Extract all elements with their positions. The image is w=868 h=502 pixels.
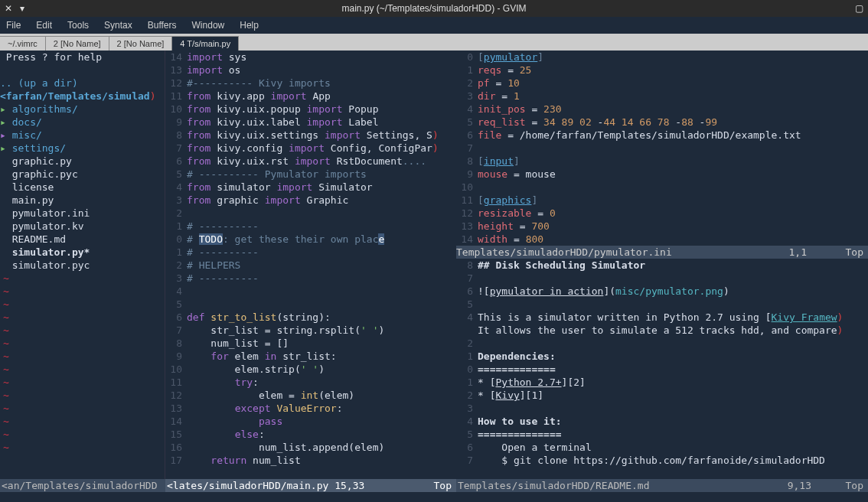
code-line[interactable]: 4init_pos = 230 [456, 103, 868, 116]
code-line[interactable]: 1# ---------- [165, 246, 456, 259]
tree-item[interactable]: ▸ misc/ [0, 129, 165, 142]
code-line[interactable]: 11from kivy.app import App [165, 90, 456, 103]
code-line[interactable]: 14width = 800 [456, 233, 868, 246]
window-titlebar: ✕ ▾ main.py (~/Templates/simuladorHDD) -… [0, 0, 868, 17]
tree-item[interactable]: simulator.py* [0, 246, 165, 259]
code-line[interactable]: 7 [456, 272, 868, 285]
code-line[interactable]: 16 num_list.append(elem) [165, 441, 456, 454]
menu-window[interactable]: Window [192, 20, 225, 31]
maximize-icon[interactable]: ▢ [855, 3, 863, 14]
code-line[interactable]: It allows the user to simulate a 512 tra… [456, 324, 868, 337]
menu-file[interactable]: File [6, 20, 21, 31]
tree-item[interactable]: ▸ algorithms/ [0, 103, 165, 116]
code-line[interactable]: 14 pass [165, 415, 456, 428]
code-line[interactable]: 0============= [456, 363, 868, 376]
tree-item[interactable]: graphic.pyc [0, 168, 165, 181]
tree-item[interactable]: simulator.pyc [0, 259, 165, 272]
tab-noname1[interactable]: 2 [No Name] [46, 36, 109, 51]
code-line[interactable]: 13 except ValueError: [165, 402, 456, 415]
code-line[interactable]: 5============== [456, 428, 868, 441]
code-line[interactable]: 9mouse = mouse [456, 168, 868, 181]
code-line[interactable]: 7 str_list = string.rsplit(' ') [165, 324, 456, 337]
main-code-pane[interactable]: 14import sys13import os12#---------- Kiv… [165, 51, 456, 479]
menu-tools[interactable]: Tools [67, 20, 89, 31]
tree-item[interactable]: ▸ docs/ [0, 116, 165, 129]
code-line[interactable]: 10 [456, 181, 868, 194]
tree-item[interactable]: ▸ settings/ [0, 142, 165, 155]
code-line[interactable]: 1reqs = 25 [456, 64, 868, 77]
tree-item[interactable]: graphic.py [0, 155, 165, 168]
tree-item[interactable]: license [0, 181, 165, 194]
code-line[interactable]: 12 elem = int(elem) [165, 389, 456, 402]
tree-item[interactable]: pymulator.ini [0, 207, 165, 220]
code-line[interactable]: 2pf = 10 [456, 77, 868, 90]
nerdtree-updir[interactable]: .. (up a dir) [0, 77, 165, 90]
code-line[interactable]: 10 elem.strip(' ') [165, 363, 456, 376]
code-line[interactable]: 6file = /home/farfan/Templates/simulador… [456, 129, 868, 142]
code-line[interactable]: 3# ---------- [165, 272, 456, 285]
code-line[interactable]: 0[pymulator] [456, 51, 868, 64]
tab-vimrc[interactable]: ~/.vimrc [0, 36, 46, 51]
ini-statusline: Templates/simuladorHDD/pymulator.ini 1,1… [456, 246, 868, 259]
code-line[interactable]: 3dir = 1 [456, 90, 868, 103]
menu-help[interactable]: Help [240, 20, 259, 31]
code-line[interactable]: 6def str_to_list(string): [165, 311, 456, 324]
code-line[interactable]: 5# ---------- Pymulator imports [165, 168, 456, 181]
code-line[interactable]: 7 $ git clone https://github.com/farfano… [456, 454, 868, 467]
code-line[interactable]: 6![pymulator in action](misc/pymulator.p… [456, 285, 868, 298]
menu-buffers[interactable]: Buffers [148, 20, 177, 31]
code-line[interactable]: 2# HELPERS [165, 259, 456, 272]
code-line[interactable]: 3 [456, 402, 868, 415]
code-line[interactable]: 2 [165, 207, 456, 220]
code-line[interactable]: 9from kivy.uix.label import Label [165, 116, 456, 129]
code-line[interactable]: 13height = 700 [456, 220, 868, 233]
code-line[interactable]: 4 [165, 285, 456, 298]
tree-item[interactable]: pymulator.kv [0, 220, 165, 233]
code-line[interactable]: 17 return num_list [165, 454, 456, 467]
code-line[interactable]: 4from simulator import Simulator [165, 181, 456, 194]
code-line[interactable]: 11[graphics] [456, 194, 868, 207]
code-line[interactable]: 5 [165, 298, 456, 311]
code-line[interactable]: 8from kivy.uix.settings import Settings,… [165, 129, 456, 142]
code-line[interactable]: 4This is a simulator written in Python 2… [456, 311, 868, 324]
nerdtree-root[interactable]: <farfan/Templates/simulad [0, 90, 150, 103]
code-line[interactable]: 14import sys [165, 51, 456, 64]
code-line[interactable]: 2 [456, 337, 868, 350]
code-line[interactable]: 15 else: [165, 428, 456, 441]
minimize-icon[interactable]: ▾ [20, 3, 24, 14]
code-line[interactable]: 0# TODO: get these their own place [165, 233, 456, 246]
code-line[interactable]: 9 for elem in str_list: [165, 350, 456, 363]
nerdtree-header: Press ? for help [0, 51, 165, 64]
code-line[interactable]: 7from kivy.config import Config, ConfigP… [165, 142, 456, 155]
code-line[interactable]: 6from kivy.uix.rst import RstDocument...… [165, 155, 456, 168]
code-line[interactable]: 13import os [165, 64, 456, 77]
tree-item[interactable]: README.md [0, 233, 165, 246]
code-line[interactable]: 1* [Python 2.7+][2] [456, 376, 868, 389]
close-icon[interactable]: ✕ [5, 3, 12, 14]
code-line[interactable]: 5 [456, 298, 868, 311]
code-line[interactable]: 6 Open a terminal [456, 441, 868, 454]
code-line[interactable]: 12resizable = 0 [456, 207, 868, 220]
code-line[interactable]: 2* [Kivy][1] [456, 389, 868, 402]
code-line[interactable]: 11 try: [165, 376, 456, 389]
code-line[interactable]: 12#---------- Kivy imports [165, 77, 456, 90]
code-line[interactable]: 8 num_list = [] [165, 337, 456, 350]
code-line[interactable]: 8[input] [456, 155, 868, 168]
tab-mainpy[interactable]: 4 T/s/main.py [172, 36, 239, 51]
code-line[interactable]: 4How to use it: [456, 415, 868, 428]
code-line[interactable]: 3from graphic import Graphic [165, 194, 456, 207]
code-line[interactable]: 5req_list = 34 89 02 -44 14 66 78 -88 -9… [456, 116, 868, 129]
nerdtree-pane[interactable]: Press ? for help .. (up a dir) <farfan/T… [0, 51, 165, 479]
menu-edit[interactable]: Edit [36, 20, 52, 31]
code-line[interactable]: 1Dependencies: [456, 350, 868, 363]
code-line[interactable]: 7 [456, 142, 868, 155]
tree-item[interactable]: main.py [0, 194, 165, 207]
window-title: main.py (~/Templates/simuladorHDD) - GVI… [0, 3, 868, 14]
code-line[interactable]: 8## Disk Scheduling Simulator [456, 259, 868, 272]
readme-pane[interactable]: 8## Disk Scheduling Simulator76![pymulat… [456, 259, 868, 479]
menu-syntax[interactable]: Syntax [104, 20, 132, 31]
tab-noname2[interactable]: 2 [No Name] [109, 36, 173, 51]
code-line[interactable]: 1# ---------- [165, 220, 456, 233]
code-line[interactable]: 10from kivy.uix.popup import Popup [165, 103, 456, 116]
ini-code-pane[interactable]: 0[pymulator]1reqs = 252pf = 103dir = 14i… [456, 51, 868, 246]
